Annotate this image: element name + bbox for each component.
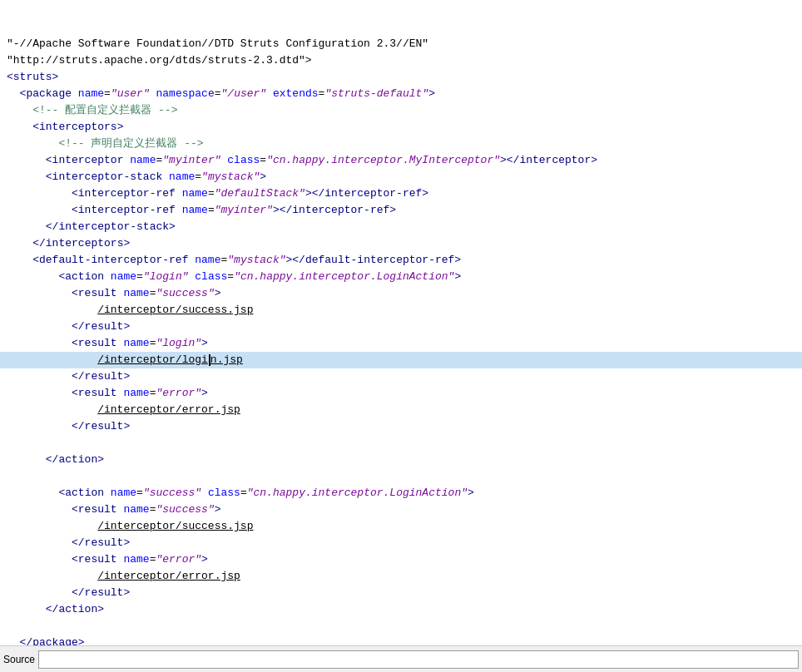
code-line: </package> (0, 635, 802, 645)
code-lines: "-//Apache Software Foundation//DTD Stru… (0, 0, 802, 645)
code-line: <action name="success" class="cn.happy.i… (0, 485, 802, 502)
code-line: </action> (0, 452, 802, 468)
code-line: </result> (0, 368, 802, 385)
code-line: </result> (0, 585, 802, 601)
code-line: /interceptor/success.jsp (0, 302, 802, 319)
code-line: <!-- 声明自定义拦截器 --> (0, 136, 802, 152)
code-editor[interactable]: "-//Apache Software Foundation//DTD Stru… (0, 0, 802, 645)
code-line: <result name="success"> (0, 502, 802, 518)
code-line: <result name="success"> (0, 285, 802, 302)
code-line: <interceptor-ref name="myinter"></interc… (0, 202, 802, 219)
code-line: </interceptors> (0, 235, 802, 252)
code-line: </interceptor-stack> (0, 219, 802, 235)
bottom-bar: Source (0, 645, 802, 672)
code-line: </result> (0, 418, 802, 435)
code-line: <action name="login" class="cn.happy.int… (0, 269, 802, 285)
code-line: "-//Apache Software Foundation//DTD Stru… (0, 36, 802, 52)
code-line: <result name="login"> (0, 335, 802, 352)
code-line: </action> (0, 601, 802, 618)
code-line: <interceptors> (0, 119, 802, 136)
code-line: <interceptor name="myinter" class="cn.ha… (0, 152, 802, 169)
code-line: <default-interceptor-ref name="mystack">… (0, 252, 802, 269)
code-line: <interceptor-ref name="defaultStack"></i… (0, 185, 802, 202)
code-line: "http://struts.apache.org/dtds/struts-2.… (0, 52, 802, 69)
code-line: <interceptor-stack name="mystack"> (0, 169, 802, 185)
code-line: <result name="error"> (0, 551, 802, 568)
code-line: /interceptor/error.jsp (0, 402, 802, 418)
source-label: Source (3, 654, 35, 665)
code-line: /interceptor/login.jsp (0, 352, 802, 368)
code-line: <result name="error"> (0, 385, 802, 402)
source-input[interactable] (38, 650, 799, 669)
code-line: /interceptor/error.jsp (0, 568, 802, 585)
code-line (0, 468, 802, 485)
code-line: /interceptor/success.jsp (0, 518, 802, 535)
code-line: </result> (0, 319, 802, 335)
code-line (0, 435, 802, 452)
code-line: <package name="user" namespace="/user" e… (0, 86, 802, 102)
code-line: <!-- 配置自定义拦截器 --> (0, 102, 802, 119)
code-line: </result> (0, 535, 802, 551)
code-line (0, 618, 802, 635)
code-line: <struts> (0, 69, 802, 86)
